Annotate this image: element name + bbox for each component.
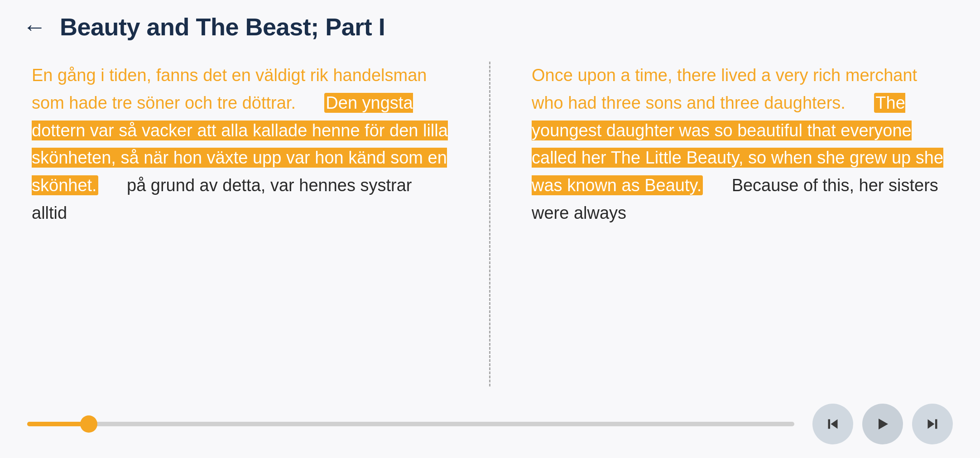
play-icon (874, 416, 891, 432)
svg-marker-0 (831, 419, 838, 429)
svg-marker-3 (928, 419, 935, 429)
header: ← Beauty and The Beast; Part I (0, 0, 980, 48)
next-button[interactable] (912, 404, 953, 444)
right-text-normal-1: Once upon a time, there lived a very ric… (532, 66, 917, 112)
svg-rect-1 (828, 419, 831, 429)
content-area: En gång i tiden, fanns det en väldigt ri… (0, 48, 980, 395)
progress-bar[interactable] (27, 422, 794, 426)
right-column: Once upon a time, there lived a very ric… (495, 62, 953, 386)
progress-thumb[interactable] (80, 415, 97, 433)
svg-marker-2 (879, 419, 888, 429)
progress-fill (27, 422, 89, 426)
playback-controls (812, 404, 953, 444)
prev-icon (825, 416, 841, 432)
back-button[interactable]: ← (23, 15, 46, 39)
bottom-bar (0, 395, 980, 458)
prev-button[interactable] (812, 404, 853, 444)
left-column: En gång i tiden, fanns det en väldigt ri… (27, 62, 485, 386)
column-divider (489, 62, 491, 386)
play-button[interactable] (862, 404, 903, 444)
svg-rect-4 (935, 419, 937, 429)
next-icon (924, 416, 941, 432)
page-title: Beauty and The Beast; Part I (60, 13, 385, 41)
